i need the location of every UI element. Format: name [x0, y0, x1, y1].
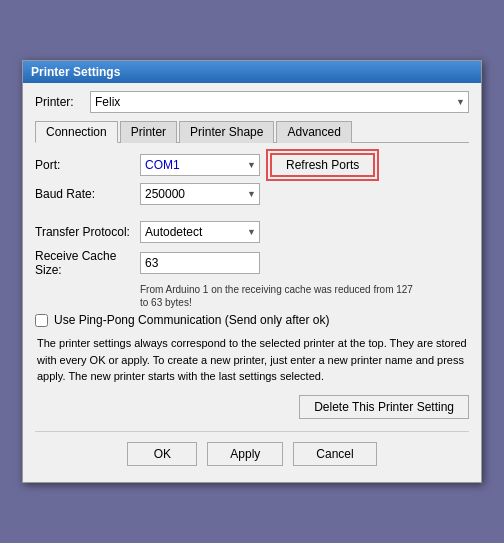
ok-button[interactable]: OK: [127, 442, 197, 466]
transfer-protocol-row: Transfer Protocol: Autodetect: [35, 221, 469, 243]
port-label: Port:: [35, 158, 140, 172]
baud-rate-row: Baud Rate: 2500001152005760038400: [35, 183, 469, 205]
receive-cache-row: Receive Cache Size:: [35, 249, 469, 277]
delete-printer-button[interactable]: Delete This Printer Setting: [299, 395, 469, 419]
receive-cache-input[interactable]: [140, 252, 260, 274]
port-select[interactable]: COM1: [140, 154, 260, 176]
printer-select-wrapper: Felix: [90, 91, 469, 113]
bottom-buttons: OK Apply Cancel: [35, 442, 469, 472]
port-row: Port: COM1 Refresh Ports: [35, 153, 469, 177]
baud-rate-select-wrapper: 2500001152005760038400: [140, 183, 260, 205]
title-bar-label: Printer Settings: [31, 65, 120, 79]
dialog-body: Printer: Felix Connection Printer Printe…: [23, 83, 481, 482]
delete-btn-row: Delete This Printer Setting: [35, 395, 469, 419]
cache-note: From Arduino 1 on the receiving cache wa…: [140, 283, 420, 309]
ping-pong-row: Use Ping-Pong Communication (Send only a…: [35, 313, 469, 327]
tab-bar: Connection Printer Printer Shape Advance…: [35, 121, 469, 143]
printer-settings-dialog: Printer Settings Printer: Felix Connecti…: [22, 60, 482, 483]
spacer1: [35, 211, 469, 221]
separator: [35, 431, 469, 432]
printer-select[interactable]: Felix: [90, 91, 469, 113]
info-text: The printer settings always correspond t…: [35, 335, 469, 385]
cancel-button[interactable]: Cancel: [293, 442, 376, 466]
tab-printer-shape[interactable]: Printer Shape: [179, 121, 274, 143]
title-bar: Printer Settings: [23, 61, 481, 83]
printer-row: Printer: Felix: [35, 91, 469, 113]
transfer-protocol-select[interactable]: Autodetect: [140, 221, 260, 243]
tab-connection[interactable]: Connection: [35, 121, 118, 143]
baud-rate-label: Baud Rate:: [35, 187, 140, 201]
printer-label: Printer:: [35, 95, 90, 109]
ping-pong-label: Use Ping-Pong Communication (Send only a…: [54, 313, 329, 327]
receive-cache-label: Receive Cache Size:: [35, 249, 140, 277]
refresh-ports-button[interactable]: Refresh Ports: [270, 153, 375, 177]
tab-advanced[interactable]: Advanced: [276, 121, 351, 143]
transfer-protocol-wrapper: Autodetect: [140, 221, 260, 243]
apply-button[interactable]: Apply: [207, 442, 283, 466]
port-select-wrapper: COM1: [140, 154, 260, 176]
transfer-protocol-label: Transfer Protocol:: [35, 225, 140, 239]
ping-pong-checkbox[interactable]: [35, 314, 48, 327]
tab-printer[interactable]: Printer: [120, 121, 177, 143]
baud-rate-select[interactable]: 2500001152005760038400: [140, 183, 260, 205]
